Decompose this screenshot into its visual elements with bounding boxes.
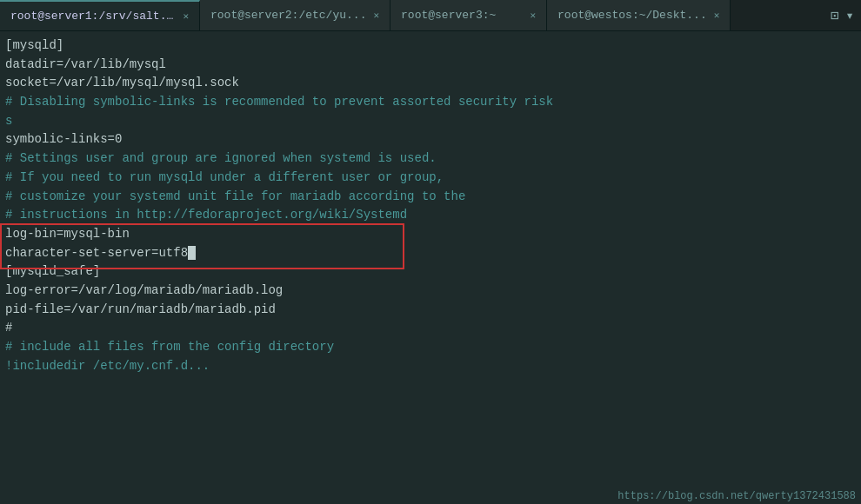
line-12: log-bin=mysql-bin (5, 225, 858, 244)
line-8: # If you need to run mysqld under a diff… (5, 169, 858, 188)
tab-westos[interactable]: root@westos:~/Deskt... ✕ (547, 0, 731, 30)
tab-westos-label: root@westos:~/Deskt... (557, 9, 707, 22)
line-19: # (5, 319, 858, 338)
status-url: https://blog.csdn.net/qwerty1372431588 (617, 490, 856, 502)
tab-bar-actions: ⊡ ▾ (824, 0, 861, 30)
line-3: # Disabling symbolic-links is recommende… (5, 93, 858, 112)
line-7: # Settings user and group are ignored wh… (5, 149, 858, 169)
menu-icon[interactable]: ▾ (845, 7, 854, 24)
text-cursor (188, 246, 196, 260)
screenshot-icon[interactable]: ⊡ (831, 7, 839, 24)
tab-westos-close[interactable]: ✕ (714, 10, 720, 21)
line-20: # include all files from the config dire… (5, 338, 858, 357)
line-9: # customize your systemd unit file for m… (5, 188, 858, 207)
tab-server3[interactable]: root@server3:~ ✕ (390, 0, 547, 30)
tab-server1-label: root@server1:/srv/salt... (10, 10, 176, 23)
line-15: [mysqld_safe] (5, 262, 858, 282)
tab-server1-close[interactable]: ✕ (183, 10, 189, 22)
tab-server3-label: root@server3:~ (401, 9, 523, 22)
terminal: [mysqld]datadir=/var/lib/mysqlsocket=/va… (0, 31, 861, 504)
line-1: datadir=/var/lib/mysql (5, 56, 858, 75)
line-22: !includedir /etc/my.cnf.d... (5, 357, 858, 376)
status-bar: https://blog.csdn.net/qwerty1372431588 (612, 488, 861, 504)
line-16: log-error=/var/log/mariadb/mariadb.log (5, 282, 858, 301)
tab-bar: root@server1:/srv/salt... ✕ root@server2… (0, 0, 861, 31)
tab-server1[interactable]: root@server1:/srv/salt... ✕ (0, 0, 200, 30)
line-10: # instructions in http://fedoraproject.o… (5, 206, 858, 225)
tab-server2[interactable]: root@server2:/etc/yu... ✕ (200, 0, 390, 30)
line-5: symbolic-links=0 (5, 130, 858, 149)
tab-server2-label: root@server2:/etc/yu... (210, 9, 366, 22)
line-2: socket=/var/lib/mysql/mysql.sock (5, 74, 858, 93)
line-4: s (5, 112, 858, 131)
tab-server3-close[interactable]: ✕ (530, 10, 536, 21)
line-13: character-set-server=utf8 (5, 244, 858, 263)
line-0: [mysqld] (5, 36, 858, 56)
tab-server2-close[interactable]: ✕ (373, 10, 379, 21)
line-17: pid-file=/var/run/mariadb/mariadb.pid (5, 301, 858, 320)
